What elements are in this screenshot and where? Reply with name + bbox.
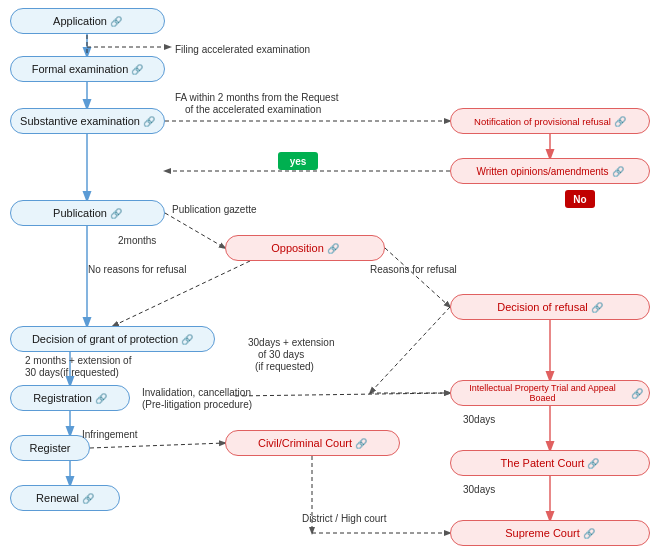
- renewal-node[interactable]: Renewal 🔗: [10, 485, 120, 511]
- formal-examination-label: Formal examination: [32, 63, 129, 75]
- application-node[interactable]: Application 🔗: [10, 8, 165, 34]
- supreme-court-link-icon[interactable]: 🔗: [583, 528, 595, 539]
- no-badge: No: [565, 190, 595, 208]
- svg-line-15: [165, 213, 225, 248]
- decision-grant-link-icon[interactable]: 🔗: [181, 334, 193, 345]
- no-reasons-label: No reasons for refusal: [88, 264, 186, 275]
- opposition-link-icon[interactable]: 🔗: [327, 243, 339, 254]
- ip-trial-label: Intellectual Property Trial and Appeal B…: [457, 383, 628, 403]
- district-high-label: District / High court: [302, 513, 386, 524]
- pre-litigation-label: (Pre-litigation procedure): [142, 399, 252, 410]
- formal-examination-link-icon[interactable]: 🔗: [131, 64, 143, 75]
- publication-gazette-label: Publication gazette: [172, 204, 257, 215]
- substantive-examination-node[interactable]: Substantive examination 🔗: [10, 108, 165, 134]
- of-30-days-label: of 30 days: [258, 349, 304, 360]
- svg-line-20: [235, 393, 450, 396]
- supreme-court-label: Supreme Court: [505, 527, 580, 539]
- svg-line-21: [90, 443, 225, 448]
- fa-within-label: FA within 2 months from the Request: [175, 92, 338, 103]
- reasons-refusal-label: Reasons for refusal: [370, 264, 457, 275]
- notification-refusal-label: Notification of provisional refusal: [474, 116, 611, 127]
- register-node[interactable]: Register: [10, 435, 90, 461]
- if-requested-label: (if requested): [255, 361, 314, 372]
- decision-refusal-link-icon[interactable]: 🔗: [591, 302, 603, 313]
- decision-refusal-label: Decision of refusal: [497, 301, 588, 313]
- patent-court-node[interactable]: The Patent Court 🔗: [450, 450, 650, 476]
- two-months-ext-label: 2 months + extension of: [25, 355, 131, 366]
- notification-refusal-node[interactable]: Notification of provisional refusal 🔗: [450, 108, 650, 134]
- supreme-court-node[interactable]: Supreme Court 🔗: [450, 520, 650, 546]
- civil-criminal-node[interactable]: Civil/Criminal Court 🔗: [225, 430, 400, 456]
- ip-trial-link-icon[interactable]: 🔗: [631, 388, 643, 399]
- thirty-days-1-label: 30days: [463, 414, 495, 425]
- registration-link-icon[interactable]: 🔗: [95, 393, 107, 404]
- publication-node[interactable]: Publication 🔗: [10, 200, 165, 226]
- decision-grant-label: Decision of grant of protection: [32, 333, 178, 345]
- publication-link-icon[interactable]: 🔗: [110, 208, 122, 219]
- svg-line-16: [385, 248, 450, 307]
- infringement-label: Infringement: [82, 429, 138, 440]
- two-months-label: 2months: [118, 235, 156, 246]
- registration-node[interactable]: Registration 🔗: [10, 385, 130, 411]
- yes-badge: yes: [278, 152, 318, 170]
- application-link-icon[interactable]: 🔗: [110, 16, 122, 27]
- register-label: Register: [30, 442, 71, 454]
- formal-examination-node[interactable]: Formal examination 🔗: [10, 56, 165, 82]
- renewal-link-icon[interactable]: 🔗: [82, 493, 94, 504]
- renewal-label: Renewal: [36, 492, 79, 504]
- decision-grant-node[interactable]: Decision of grant of protection 🔗: [10, 326, 215, 352]
- of-accelerated-label: of the accelerated examination: [185, 104, 321, 115]
- filing-accelerated-label: Filing accelerated examination: [175, 44, 310, 55]
- civil-criminal-label: Civil/Criminal Court: [258, 437, 352, 449]
- civil-criminal-link-icon[interactable]: 🔗: [355, 438, 367, 449]
- written-opinions-label: Written opinions/amendments: [476, 166, 608, 177]
- svg-line-18: [370, 307, 450, 393]
- written-opinions-node[interactable]: Written opinions/amendments 🔗: [450, 158, 650, 184]
- application-label: Application: [53, 15, 107, 27]
- patent-court-label: The Patent Court: [501, 457, 585, 469]
- invalidation-label: Invalidation, cancellation: [142, 387, 251, 398]
- notification-refusal-link-icon[interactable]: 🔗: [614, 116, 626, 127]
- substantive-examination-label: Substantive examination: [20, 115, 140, 127]
- patent-court-link-icon[interactable]: 🔗: [587, 458, 599, 469]
- ip-trial-node[interactable]: Intellectual Property Trial and Appeal B…: [450, 380, 650, 406]
- yes-badge-label: yes: [290, 156, 307, 167]
- thirty-days-req-label: 30 days(if requested): [25, 367, 119, 378]
- opposition-node[interactable]: Opposition 🔗: [225, 235, 385, 261]
- substantive-examination-link-icon[interactable]: 🔗: [143, 116, 155, 127]
- thirty-days-ext-label: 30days + extension: [248, 337, 334, 348]
- no-badge-label: No: [573, 194, 586, 205]
- written-opinions-link-icon[interactable]: 🔗: [612, 166, 624, 177]
- thirty-days-2-label: 30days: [463, 484, 495, 495]
- registration-label: Registration: [33, 392, 92, 404]
- publication-label: Publication: [53, 207, 107, 219]
- opposition-label: Opposition: [271, 242, 324, 254]
- decision-refusal-node[interactable]: Decision of refusal 🔗: [450, 294, 650, 320]
